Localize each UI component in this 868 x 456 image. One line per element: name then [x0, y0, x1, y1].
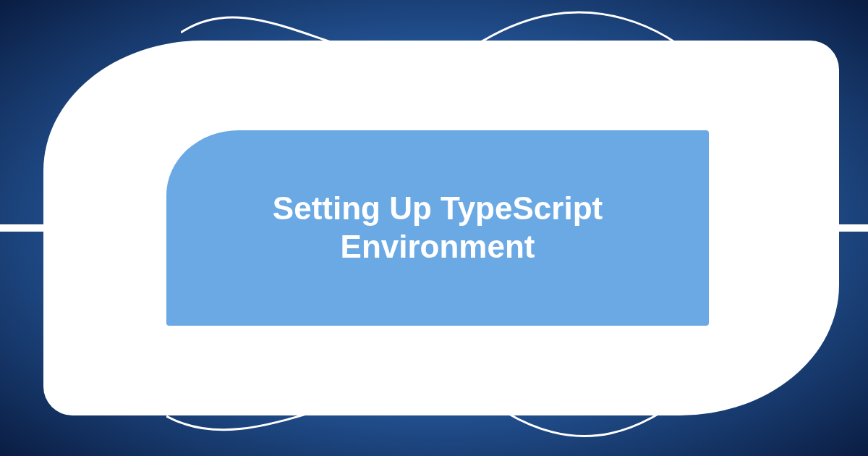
title-panel: Setting Up TypeScript Environment — [166, 130, 709, 326]
page-title: Setting Up TypeScript Environment — [195, 190, 680, 266]
